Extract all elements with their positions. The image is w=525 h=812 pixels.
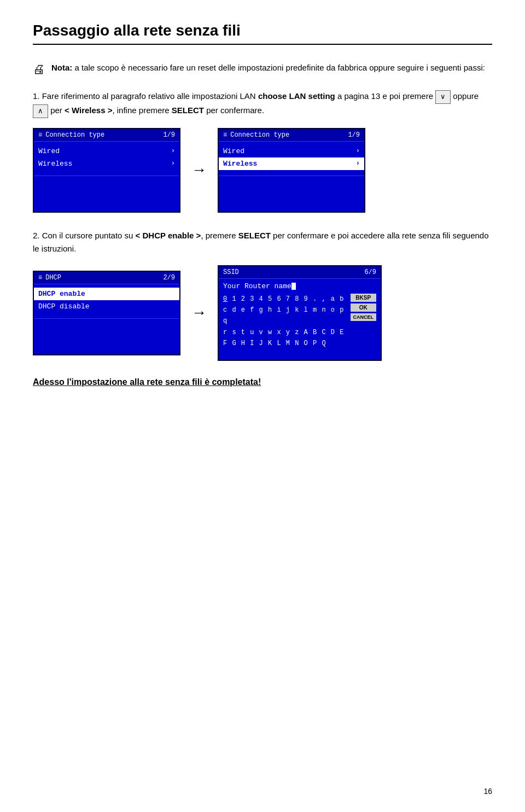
screen1-left-page: 1/9 [163, 131, 175, 139]
note-icon: 🖨 [33, 62, 45, 77]
cursor [291, 283, 296, 290]
screen1-left-title: Connection type [45, 131, 104, 139]
conclusion-text: Adesso l'impostazione alla rete senza fi… [33, 377, 492, 387]
ssid-keys: 0 1 2 3 4 5 6 7 8 9 . , a b c d e f g h … [223, 294, 347, 349]
ssid-keys-row2: c d e f g h i j k l m n o p q [223, 305, 347, 327]
screen2-left-body: DHCP enable DHCP disable [34, 284, 179, 332]
screen2-right: SSID 6/9 Your Router name 0 1 2 3 4 5 6 … [218, 265, 382, 361]
screens-row-2: ≡ DHCP 2/9 DHCP enable DHCP disable → SS… [33, 265, 492, 361]
screen2-left-title: DHCP [45, 274, 61, 282]
page-number: 16 [483, 787, 492, 796]
screen2-left-row2: DHCP disable [34, 300, 179, 313]
screen1-right-row1: Wired › [219, 145, 364, 157]
bksp-button[interactable]: BKSP [351, 294, 377, 302]
ssid-side-buttons: BKSP OK CANCEL [351, 294, 377, 349]
screen1-left-bottom [34, 176, 179, 186]
screen1-right-page: 1/9 [348, 131, 360, 139]
ssid-title: SSID [223, 268, 239, 276]
ssid-page: 6/9 [364, 268, 376, 276]
screen1-right-icon: ≡ [223, 131, 227, 139]
ssid-input-row: Your Router name [219, 279, 381, 293]
step2-text: 2. Con il cursore puntato su < DHCP enab… [33, 229, 492, 255]
screen2-left-row1: DHCP enable [34, 288, 179, 300]
step2-number: 2. [33, 231, 40, 240]
page-title: Passaggio alla rete senza fili [33, 22, 492, 45]
ssid-input-value: Your Router name [223, 282, 291, 290]
arrow-2: → [191, 304, 207, 322]
screen1-left: ≡ Connection type 1/9 Wired › Wireless › [33, 128, 180, 213]
step1-number: 1. [33, 91, 40, 101]
screen1-right-title: Connection type [230, 131, 289, 139]
note-text: Nota: a tale scopo è necessario fare un … [51, 61, 485, 74]
arrow-1: → [191, 161, 207, 179]
screen1-right-bottom [219, 176, 364, 186]
ssid-keys-row1: 0 1 2 3 4 5 6 7 8 9 . , a b [223, 294, 347, 305]
step-1: 1. Fare riferimento al paragrafo relativ… [33, 90, 492, 213]
screen2-left-header: ≡ DHCP 2/9 [34, 272, 179, 284]
step1-text: 1. Fare riferimento al paragrafo relativ… [33, 90, 492, 118]
btn-up: ∧ [33, 104, 48, 118]
screen1-right-header: ≡ Connection type 1/9 [219, 129, 364, 142]
screen1-left-header: ≡ Connection type 1/9 [34, 129, 179, 142]
screen1-left-row1: Wired › [34, 145, 179, 157]
step-2: 2. Con il cursore puntato su < DHCP enab… [33, 229, 492, 361]
btn-down: ∨ [435, 90, 451, 104]
ssid-header: SSID 6/9 [219, 266, 381, 279]
screen1-left-body: Wired › Wireless › [34, 142, 179, 190]
ok-button[interactable]: OK [351, 303, 377, 312]
screen1-left-row2: Wireless › [34, 157, 179, 170]
screen1-right-row2-selected: Wireless › [219, 157, 364, 170]
screen2-left: ≡ DHCP 2/9 DHCP enable DHCP disable [33, 271, 180, 355]
ssid-keyboard-area: 0 1 2 3 4 5 6 7 8 9 . , a b c d e f g h … [219, 293, 381, 350]
screen1-right: ≡ Connection type 1/9 Wired › Wireless › [218, 128, 365, 213]
ssid-keys-row4: F G H I J K L M N O P Q [223, 338, 347, 349]
screen1-left-icon: ≡ [38, 131, 42, 139]
screen1-right-body: Wired › Wireless › [219, 142, 364, 190]
screen2-left-page: 2/9 [163, 274, 175, 282]
screen2-left-bottom [34, 318, 179, 329]
screen2-left-icon: ≡ [38, 274, 42, 282]
note-block: 🖨 Nota: a tale scopo è necessario fare u… [33, 61, 492, 77]
cancel-button[interactable]: CANCEL [351, 313, 377, 321]
ssid-keys-row3: r s t u v w x y z A B C D E [223, 327, 347, 338]
screens-row-1: ≡ Connection type 1/9 Wired › Wireless ›… [33, 128, 492, 213]
